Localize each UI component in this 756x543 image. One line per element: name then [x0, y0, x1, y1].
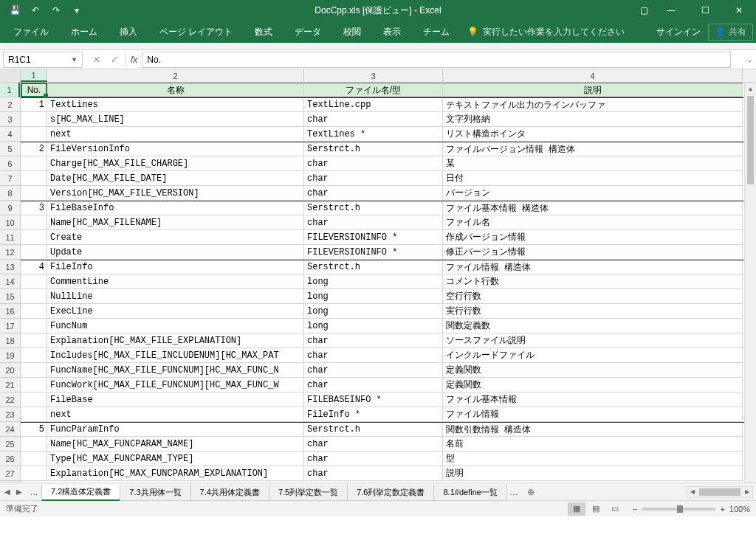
header-cell[interactable]: 名称	[47, 83, 304, 97]
cell[interactable]: TextLines	[47, 98, 304, 112]
select-all-corner[interactable]	[0, 69, 21, 82]
cell[interactable]: char	[304, 378, 443, 392]
cell[interactable]	[21, 304, 47, 319]
cell[interactable]: 定義関数	[443, 378, 743, 392]
sheet-tab[interactable]: 8.1#define一覧	[433, 485, 506, 501]
cell[interactable]: long	[304, 319, 443, 333]
cell[interactable]: 型	[443, 452, 743, 466]
tab-team[interactable]: チーム	[413, 21, 460, 42]
cell[interactable]: char	[304, 171, 443, 186]
row-header-15[interactable]: 15	[0, 289, 20, 304]
cell[interactable]: char	[304, 437, 443, 452]
cell[interactable]	[21, 378, 47, 392]
row-header-2[interactable]: 2	[0, 97, 20, 112]
row-header-3[interactable]: 3	[0, 112, 20, 127]
scroll-right-icon[interactable]: ▶	[742, 488, 752, 495]
row-header-8[interactable]: 8	[0, 186, 20, 201]
sheet-tab[interactable]: 7.4共用体定義書	[190, 485, 269, 501]
scroll-thumb[interactable]	[747, 96, 754, 184]
row-header-9[interactable]: 9	[0, 201, 20, 215]
cell[interactable]: FileBaseInfo	[47, 201, 304, 215]
cell[interactable]: FuncName[HC_MAX_FILE_FUNCNUM][HC_MAX_FUN…	[47, 363, 304, 378]
cell[interactable]: FILEVERSIONINFO *	[304, 230, 443, 245]
cell[interactable]: long	[304, 289, 443, 304]
row-header-14[interactable]: 14	[0, 274, 20, 289]
cell[interactable]	[21, 319, 47, 333]
cell[interactable]: FuncParamInfo	[47, 423, 304, 437]
row-header-27[interactable]: 27	[0, 466, 20, 481]
zoom-in-button[interactable]: +	[720, 505, 724, 513]
cell[interactable]	[21, 215, 47, 230]
cell[interactable]: Explanation[HC_MAX_FILE_EXPLANATION]	[47, 333, 304, 348]
cell[interactable]	[21, 407, 47, 422]
col-header-1[interactable]: 1	[21, 69, 47, 82]
maximize-button[interactable]: ☐	[688, 0, 722, 21]
cell[interactable]: next	[47, 407, 304, 422]
cell[interactable]: リスト構造ポインタ	[443, 127, 743, 142]
tab-view[interactable]: 表示	[373, 21, 411, 42]
name-box[interactable]: R1C1 ▼	[3, 52, 83, 68]
cell[interactable]: Serstrct.h	[304, 423, 443, 437]
cell[interactable]: テキストファイル出力のラインバッファ	[443, 98, 743, 112]
cell[interactable]: char	[304, 186, 443, 201]
vertical-scrollbar[interactable]: ▲	[744, 83, 756, 483]
cell[interactable]: 文字列格納	[443, 112, 743, 127]
cell[interactable]: Create	[47, 230, 304, 245]
cell[interactable]: char	[304, 363, 443, 378]
cell[interactable]: 3	[21, 201, 47, 215]
row-header-6[interactable]: 6	[0, 156, 20, 171]
cell[interactable]: Version[HC_MAX_FILE_VERSION]	[47, 186, 304, 201]
cell[interactable]	[21, 156, 47, 171]
cell[interactable]: long	[304, 274, 443, 289]
cell[interactable]: Charge[HC_MAX_FILE_CHARGE]	[47, 156, 304, 171]
cancel-icon[interactable]: ✕	[89, 52, 105, 67]
row-header-24[interactable]: 24	[0, 422, 20, 437]
cell[interactable]: 定義関数	[443, 363, 743, 378]
row-header-13[interactable]: 13	[0, 260, 20, 274]
row-header-17[interactable]: 17	[0, 319, 20, 333]
row-header-19[interactable]: 19	[0, 348, 20, 363]
cell[interactable]	[21, 452, 47, 466]
cell[interactable]: Type[HC_MAX_FUNCPARAM_TYPE]	[47, 452, 304, 466]
scroll-up-icon[interactable]: ▲	[745, 83, 756, 94]
fx-icon[interactable]: fx	[131, 55, 137, 65]
cell[interactable]: next	[47, 127, 304, 142]
tab-file[interactable]: ファイル	[3, 21, 59, 42]
cell[interactable]	[21, 171, 47, 186]
cell[interactable]: FileInfo *	[304, 407, 443, 422]
row-header-5[interactable]: 5	[0, 142, 20, 156]
cell[interactable]: long	[304, 304, 443, 319]
formula-input[interactable]: No.	[142, 52, 731, 68]
tell-me-search[interactable]: 💡 実行したい作業を入力してください	[467, 26, 625, 38]
header-cell[interactable]: ファイル名/型	[304, 83, 443, 97]
cell[interactable]: ファイル名	[443, 215, 743, 230]
sheet-overflow-right[interactable]: …	[506, 487, 521, 497]
zoom-out-button[interactable]: −	[633, 505, 637, 513]
cell[interactable]	[21, 363, 47, 378]
row-header-16[interactable]: 16	[0, 304, 20, 319]
cell[interactable]: 作成バージョン情報	[443, 230, 743, 245]
cell[interactable]: 日付	[443, 171, 743, 186]
row-header-11[interactable]: 11	[0, 230, 20, 245]
redo-button[interactable]: ↷	[47, 2, 65, 18]
row-header-26[interactable]: 26	[0, 452, 20, 466]
cell[interactable]: Serstrct.h	[304, 142, 443, 156]
sheet-tab[interactable]: 7.6列挙定数定義書	[347, 485, 434, 501]
enter-icon[interactable]: ✓	[106, 52, 123, 67]
cell[interactable]: FILEVERSIONINFO *	[304, 245, 443, 260]
undo-button[interactable]: ↶	[27, 2, 44, 18]
save-button[interactable]: 💾	[6, 2, 24, 18]
cell[interactable]: 説明	[443, 466, 743, 481]
cell[interactable]: FILEBASEINFO *	[304, 392, 443, 407]
row-header-23[interactable]: 23	[0, 407, 20, 422]
row-header-1[interactable]: 1	[0, 83, 20, 97]
cell[interactable]: 関数定義数	[443, 319, 743, 333]
cell[interactable]: Update	[47, 245, 304, 260]
share-button[interactable]: 👤 共有	[708, 24, 753, 41]
expand-formula-bar-icon[interactable]: ⌄	[744, 56, 756, 63]
cell[interactable]: FileBase	[47, 392, 304, 407]
sheet-tab[interactable]: 7.5列挙定数一覧	[269, 485, 348, 501]
cell[interactable]: ファイル基本情報 構造体	[443, 201, 743, 215]
cell[interactable]: FileInfo	[47, 260, 304, 274]
cell[interactable]: FuncNum	[47, 319, 304, 333]
